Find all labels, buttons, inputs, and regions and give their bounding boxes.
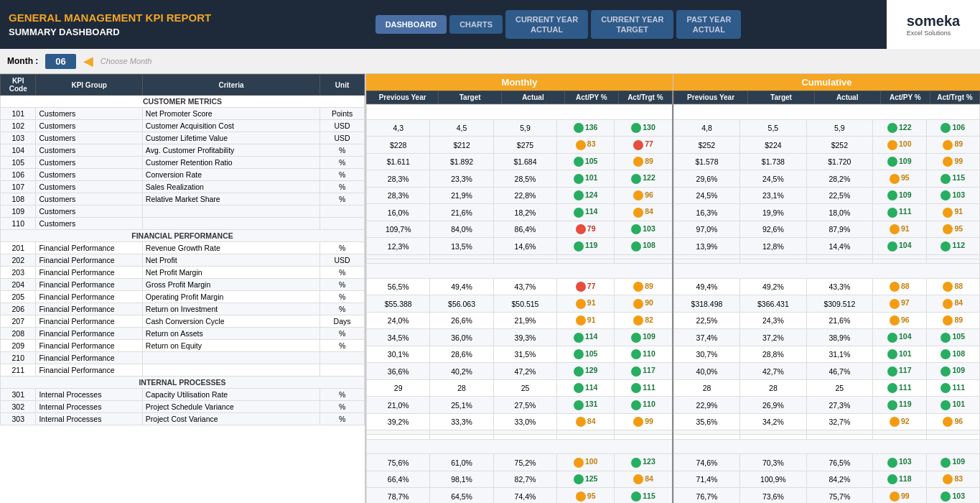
monthly-target: 33,3% (430, 413, 493, 430)
cumulative-row: 4,8 5,5 5,9 122 106 (673, 119, 979, 137)
sub-title: SUMMARY DASHBOARD (9, 27, 221, 37)
kpi-criteria: Net Profit Margin (142, 267, 319, 279)
cumulative-actual: 25 (806, 379, 872, 397)
monthly-act-trgt-dot (631, 492, 641, 502)
header: GENERAL MANAGEMENT KPI REPORT SUMMARY DA… (0, 0, 980, 49)
logo: someka Excel Solutions (907, 13, 961, 37)
monthly-act-py-dot (574, 349, 584, 359)
cumulative-act-trgt-dot (941, 458, 951, 468)
section-header-cumulative-label (673, 105, 979, 120)
cumulative-act-py-dot (887, 241, 897, 251)
cumulative-prev-year-header: Previous Year (673, 91, 748, 104)
monthly-prev-year: 56,5% (367, 278, 430, 295)
monthly-act-trgt-val: 84 (645, 474, 653, 483)
cumulative-row: 97,0% 92,6% 87,9% 91 95 (673, 221, 979, 238)
monthly-act-py: 77 (557, 278, 615, 295)
cumulative-row: 28 28 25 111 111 (673, 379, 979, 397)
kpi-group: Customers (36, 218, 142, 230)
monthly-act-trgt-dot (631, 458, 641, 468)
cumulative-act-trgt: 96 (926, 413, 979, 430)
kpi-unit: % (320, 291, 365, 303)
cumulative-act-py-val: 88 (901, 282, 910, 290)
kpi-criteria: Avg. Customer Profitability (142, 144, 319, 157)
cumulative-actual: 31,1% (806, 346, 872, 363)
cumulative-act-py-dot (890, 417, 900, 427)
cumulative-prev-year: 97,0% (673, 221, 739, 238)
cumulative-act-py-dot (887, 383, 897, 393)
kpi-group: Financial Performance (36, 267, 142, 279)
kpi-code: 207 (1, 315, 36, 328)
section-header-row: INTERNAL PROCESSES (1, 377, 365, 389)
logo-area: someka Excel Solutions (887, 0, 980, 49)
cumulative-act-py: 118 (873, 471, 926, 488)
monthly-act-trgt-dot (633, 140, 643, 150)
monthly-act-py-dot (574, 333, 584, 343)
cumulative-act-py-dot (887, 190, 897, 200)
cumulative-act-trgt-val: 103 (952, 190, 965, 199)
monthly-act-trgt-val: 89 (645, 282, 653, 290)
monthly-section-title: Monthly (366, 74, 673, 91)
table-row: 205 Financial Performance Operating Prof… (1, 291, 365, 303)
cumulative-act-py-val: 92 (901, 417, 910, 425)
cumulative-act-py-dot (887, 349, 897, 359)
monthly-act-py-dot (576, 224, 586, 234)
kpi-unit: USD (320, 132, 365, 144)
monthly-prev-year: 28,3% (367, 170, 430, 188)
monthly-prev-year: 109,7% (367, 221, 430, 238)
cumulative-prev-year: $1.578 (673, 153, 739, 170)
kpi-group: Financial Performance (36, 254, 142, 267)
cumulative-prev-year: 71,4% (673, 471, 739, 488)
kpi-criteria (142, 352, 319, 364)
cumulative-act-trgt-dot (943, 299, 953, 309)
monthly-act-trgt: 89 (615, 278, 673, 295)
monthly-act-py-val: 83 (587, 139, 596, 148)
nav-btn-past-year-actual[interactable]: PAST YEARACTUAL (676, 10, 741, 40)
monthly-act-py: 114 (557, 379, 615, 397)
kpi-unit: % (320, 193, 365, 206)
cumulative-act-py: 109 (873, 187, 926, 204)
cumulative-act-py: 119 (873, 397, 926, 414)
section-header-monthly (367, 439, 673, 454)
kpi-group: Financial Performance (36, 291, 142, 303)
cumulative-act-trgt: 88 (926, 278, 979, 295)
monthly-actual: 82,7% (493, 471, 556, 488)
monthly-act-trgt-val: 84 (645, 207, 653, 216)
monthly-act-py-val: 125 (585, 474, 598, 483)
cumulative-section-title: Cumulative (673, 74, 980, 91)
kpi-code: 303 (1, 413, 36, 425)
cumulative-target: 42,7% (740, 363, 806, 380)
monthly-act-trgt-dot (633, 282, 643, 292)
kpi-group: Customers (36, 206, 142, 218)
month-value[interactable]: 06 (45, 54, 75, 69)
kpi-criteria: Customer Acquisition Cost (142, 120, 319, 132)
monthly-row: 39,2% 33,3% 33,0% 84 99 (367, 413, 673, 430)
kpi-code: 108 (1, 193, 36, 206)
monthly-row: 34,5% 36,0% 39,3% 114 109 (367, 329, 673, 346)
kpi-unit: Days (320, 315, 365, 328)
cumulative-act-trgt-val: 89 (954, 139, 963, 148)
monthly-prev-year: 29 (367, 379, 430, 397)
monthly-target: 21,6% (430, 204, 493, 221)
cumulative-prev-year: 13,9% (673, 238, 739, 255)
main-title: GENERAL MANAGEMENT KPI REPORT (9, 11, 221, 24)
kpi-code: 102 (1, 120, 36, 132)
monthly-target: $1.892 (430, 153, 493, 170)
nav-btn-charts[interactable]: CHARTS (449, 15, 503, 34)
monthly-act-trgt-val: 108 (643, 241, 655, 249)
nav-btn-current-year-actual[interactable]: CURRENT YEARACTUAL (505, 10, 588, 40)
monthly-act-trgt-dot (633, 315, 643, 326)
col-header-criteria: Criteria (142, 75, 319, 96)
monthly-act-trgt-dot (631, 224, 641, 234)
monthly-act-py-dot (574, 190, 584, 200)
nav-btn-current-year-target[interactable]: CURRENT YEARTARGET (591, 10, 673, 40)
monthly-row: 66,4% 98,1% 82,7% 125 84 (367, 471, 673, 488)
section-header-monthly-label (367, 264, 673, 279)
cumulative-row: 76,7% 73,6% 75,7% 99 103 (673, 488, 979, 503)
monthly-act-trgt-dot (631, 400, 641, 410)
table-row: 102 Customers Customer Acquisition Cost … (1, 120, 365, 132)
nav-btn-dashboard[interactable]: DASHBOARD (375, 15, 447, 34)
kpi-unit: USD (320, 254, 365, 267)
monthly-row: 30,1% 28,6% 31,5% 105 110 (367, 346, 673, 363)
cumulative-act-trgt: 99 (926, 153, 979, 170)
monthly-target: 28 (430, 379, 493, 397)
